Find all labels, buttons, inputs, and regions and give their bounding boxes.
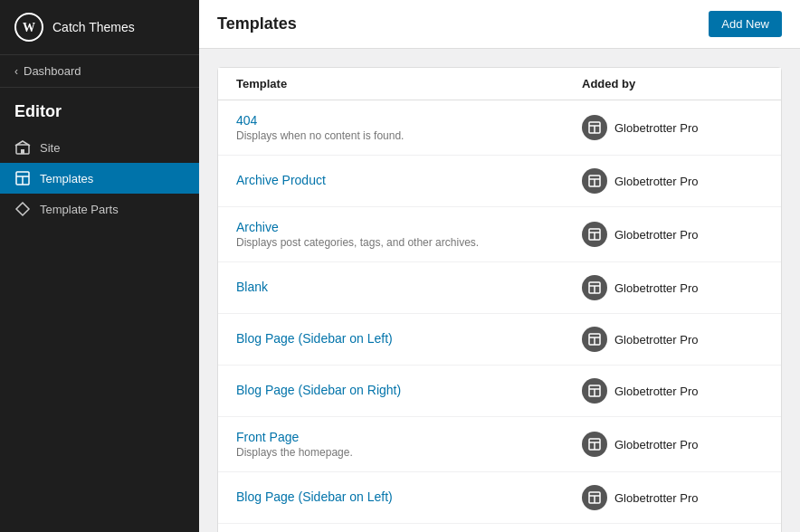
table-row[interactable]: ArchiveDisplays post categories, tags, a…: [218, 207, 781, 262]
sidebar-item-templates-label: Templates: [40, 172, 93, 185]
row-template-name[interactable]: Front Page: [236, 430, 582, 444]
back-label: Dashboard: [24, 64, 81, 78]
page-title: Templates: [217, 14, 297, 33]
row-template-name[interactable]: 404: [236, 113, 582, 128]
added-by-theme-icon: [582, 168, 607, 194]
add-new-button[interactable]: Add New: [709, 11, 782, 37]
main-body: Template Added by 404Displays when no co…: [199, 49, 800, 532]
row-added-by: Globetrotter Pro: [582, 168, 763, 194]
table-row[interactable]: Front PageDisplays the homepage. Globetr…: [218, 417, 781, 472]
sidebar-header: W Catch Themes: [0, 0, 199, 55]
row-template-name[interactable]: Archive Product: [236, 173, 582, 187]
row-template-desc: Displays the homepage.: [236, 446, 582, 459]
col-template-header: Template: [236, 77, 582, 90]
svg-text:W: W: [23, 21, 35, 34]
row-added-by: Globetrotter Pro: [582, 432, 763, 457]
brand-name: Catch Themes: [52, 20, 135, 34]
table-row[interactable]: 404Displays when no content is found. Gl…: [218, 100, 781, 156]
row-template-info: Blog Page (Sidebar on Left): [236, 489, 582, 506]
templates-table: Template Added by 404Displays when no co…: [217, 67, 782, 532]
svg-rect-3: [21, 149, 24, 154]
added-by-name: Globetrotter Pro: [614, 121, 699, 135]
main-content: Templates Add New Template Added by 404D…: [199, 0, 800, 532]
row-added-by: Globetrotter Pro: [582, 222, 763, 247]
added-by-theme-icon: [582, 432, 607, 457]
added-by-name: Globetrotter Pro: [614, 491, 699, 505]
added-by-name: Globetrotter Pro: [614, 438, 699, 451]
added-by-theme-icon: [582, 327, 607, 352]
row-template-info: Front PageDisplays the homepage.: [236, 430, 582, 459]
row-template-info: Blog Page (Sidebar on Left): [236, 331, 582, 347]
sidebar-item-site[interactable]: Site: [0, 132, 199, 163]
row-template-info: Blog Page (Sidebar on Right): [236, 383, 582, 399]
row-template-info: ArchiveDisplays post categories, tags, a…: [236, 220, 582, 249]
sidebar-item-templates[interactable]: Templates: [0, 163, 199, 194]
added-by-theme-icon: [582, 485, 607, 510]
added-by-name: Globetrotter Pro: [614, 175, 699, 188]
row-added-by: Globetrotter Pro: [582, 327, 763, 352]
row-template-name[interactable]: Archive: [236, 220, 582, 234]
home-icon: [14, 139, 31, 156]
sidebar-nav: Site Templates Template Parts: [0, 128, 199, 228]
table-row[interactable]: Archive Product Globetrotter Pro: [218, 156, 781, 207]
added-by-name: Globetrotter Pro: [614, 228, 699, 242]
back-arrow-icon: ‹: [14, 65, 18, 78]
added-by-theme-icon: [582, 222, 607, 247]
back-to-dashboard[interactable]: ‹ Dashboard: [0, 55, 199, 88]
row-template-name[interactable]: Blog Page (Sidebar on Left): [236, 489, 582, 504]
row-added-by: Globetrotter Pro: [582, 275, 763, 300]
row-template-info: 404Displays when no content is found.: [236, 113, 582, 142]
table-header: Template Added by: [218, 68, 781, 100]
added-by-name: Globetrotter Pro: [614, 385, 699, 398]
row-added-by: Globetrotter Pro: [582, 115, 763, 140]
diamond-icon: [14, 201, 31, 217]
added-by-theme-icon: [582, 115, 607, 140]
row-template-name[interactable]: Blog Page (Sidebar on Right): [236, 383, 582, 397]
sidebar: W Catch Themes ‹ Dashboard Editor Site: [0, 0, 199, 532]
row-template-name[interactable]: Blank: [236, 280, 582, 294]
row-template-name[interactable]: Blog Page (Sidebar on Left): [236, 331, 582, 346]
sidebar-item-template-parts-label: Template Parts: [40, 203, 119, 216]
col-added-by-header: Added by: [582, 77, 763, 90]
table-row[interactable]: Blank Globetrotter Pro: [218, 262, 781, 314]
table-row[interactable]: Blog Page (Sidebar on Left) Globetrotter…: [218, 314, 781, 366]
row-template-info: Blank: [236, 280, 582, 296]
editor-section-label: Editor: [0, 88, 199, 128]
row-template-desc: Displays when no content is found.: [236, 129, 582, 142]
table-row[interactable]: Blog Page (Sidebar on Left) Globetrotter…: [218, 472, 781, 524]
sidebar-item-site-label: Site: [40, 141, 60, 155]
wp-logo-icon: W: [14, 13, 43, 42]
row-template-info: Archive Product: [236, 173, 582, 189]
table-row[interactable]: Blog Page (Sidebar on Right) Globetrotte…: [218, 366, 781, 417]
added-by-theme-icon: [582, 378, 607, 404]
added-by-name: Globetrotter Pro: [614, 333, 699, 347]
sidebar-item-template-parts[interactable]: Template Parts: [0, 194, 199, 224]
row-added-by: Globetrotter Pro: [582, 485, 763, 510]
added-by-name: Globetrotter Pro: [614, 281, 699, 295]
table-row[interactable]: Blog Page (Sidebar on Right) Globetrotte…: [218, 524, 781, 532]
table-body: 404Displays when no content is found. Gl…: [218, 100, 781, 532]
added-by-theme-icon: [582, 275, 607, 300]
templates-icon: [14, 170, 31, 186]
main-header: Templates Add New: [199, 0, 800, 49]
row-template-desc: Displays post categories, tags, and othe…: [236, 236, 582, 249]
row-added-by: Globetrotter Pro: [582, 378, 763, 404]
